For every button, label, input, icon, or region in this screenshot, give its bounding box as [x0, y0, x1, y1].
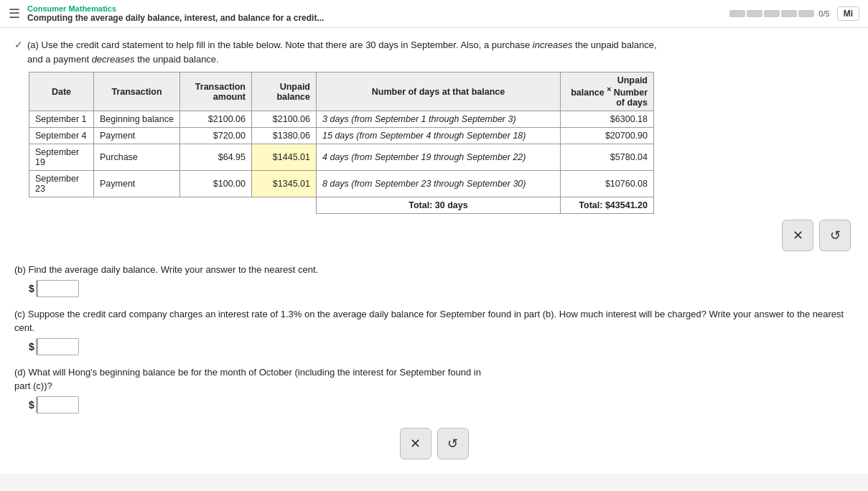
part-b-input[interactable] [36, 280, 79, 297]
row3-product: $5780.04 [561, 144, 654, 171]
progress-seg-1 [729, 10, 745, 17]
progress-seg-3 [764, 10, 780, 17]
part-c-dollar: $ [29, 341, 34, 352]
clear-button-bottom[interactable]: ✕ [400, 428, 431, 459]
part-d-input-wrap: $ [29, 396, 854, 413]
clear-button-table[interactable]: ✕ [782, 220, 813, 251]
top-bar-right: 0/5 Mi [729, 6, 859, 21]
table-row: September 23 Payment $100.00 $1345.01 8 … [29, 171, 654, 197]
row1-date: September 1 [29, 111, 94, 128]
row2-amount: $720.00 [180, 128, 252, 144]
data-table: Date Transaction Transaction amount Unpa… [29, 72, 654, 214]
total-product: Total: $43541.20 [561, 197, 654, 214]
row1-transaction: Beginning balance [94, 111, 180, 128]
row3-days: 4 days (from September 19 through Septem… [317, 144, 561, 171]
checkmark-icon: ✓ [14, 39, 23, 50]
row4-days: 8 days (from September 23 through Septem… [317, 171, 561, 197]
hamburger-icon[interactable]: ☰ [9, 6, 20, 22]
part-d-section: (d) What will Hong's beginning balance b… [14, 365, 854, 413]
row1-days: 3 days (from September 1 through Septemb… [317, 111, 561, 128]
table-row: September 19 Purchase $64.95 $1445.01 4 … [29, 144, 654, 171]
row2-days: 15 days (from September 4 through Septem… [317, 128, 561, 144]
part-c-input[interactable] [36, 338, 79, 355]
course-label: Consumer Mathematics [27, 4, 324, 13]
table-buttons: ✕ ↺ [29, 220, 854, 251]
header-amount: Transaction amount [180, 73, 252, 111]
undo-button-bottom[interactable]: ↺ [437, 428, 469, 459]
row3-date: September 19 [29, 144, 94, 171]
part-a-line2: and a payment decreases the unpaid balan… [27, 54, 219, 65]
row4-unpaid: $1345.01 [252, 171, 317, 197]
row4-transaction: Payment [94, 171, 180, 197]
part-a-text: (a) Use the credit card statement to hel… [27, 38, 657, 66]
row3-amount: $64.95 [180, 144, 252, 171]
part-a-header: ✓ (a) Use the credit card statement to h… [14, 38, 854, 66]
part-b-label: (b) Find the average daily balance. Writ… [14, 263, 854, 277]
progress-label: 0/5 [818, 9, 829, 18]
part-c-section: (c) Suppose the credit card company char… [14, 307, 854, 355]
row4-date: September 23 [29, 171, 94, 197]
part-c-input-wrap: $ [29, 338, 854, 355]
top-bar: ☰ Consumer Mathematics Computing the ave… [0, 0, 868, 28]
mi-badge: Mi [837, 6, 859, 21]
part-d-line2: part (c))? [14, 380, 52, 391]
part-a-line1: (a) Use the credit card statement to hel… [27, 39, 657, 50]
part-b-section: (b) Find the average daily balance. Writ… [14, 263, 854, 297]
header-unpaid: Unpaid balance [252, 73, 317, 111]
row2-unpaid: $1380.06 [252, 128, 317, 144]
total-row: Total: 30 days Total: $43541.20 [29, 197, 654, 214]
row3-transaction: Purchase [94, 144, 180, 171]
part-b-input-wrap: $ [29, 280, 854, 297]
total-days: Total: 30 days [317, 197, 561, 214]
table-wrapper: Date Transaction Transaction amount Unpa… [29, 72, 854, 251]
part-d-dollar: $ [29, 399, 34, 411]
row2-date: September 4 [29, 128, 94, 144]
page-title: Computing the average daily balance, int… [27, 13, 324, 23]
part-d-line1: (d) What will Hong's beginning balance b… [14, 367, 481, 378]
bottom-buttons: ✕ ↺ [14, 428, 854, 459]
part-d-input[interactable] [36, 396, 79, 413]
header-product: Unpaidbalance × Numberof days [561, 73, 654, 111]
progress-seg-5 [798, 10, 814, 17]
header-days: Number of days at that balance [317, 73, 561, 111]
undo-button-table[interactable]: ↺ [819, 220, 851, 251]
progress-segments [729, 10, 814, 17]
header-date: Date [29, 73, 94, 111]
row4-amount: $100.00 [180, 171, 252, 197]
top-bar-text: Consumer Mathematics Computing the avera… [27, 4, 324, 23]
part-b-dollar: $ [29, 283, 34, 294]
progress-seg-4 [781, 10, 797, 17]
table-row: September 1 Beginning balance $2100.06 $… [29, 111, 654, 128]
header-transaction: Transaction [94, 73, 180, 111]
main-content: ✓ (a) Use the credit card statement to h… [0, 28, 868, 474]
row2-product: $20700.90 [561, 128, 654, 144]
progress-seg-2 [747, 10, 762, 17]
table-row: September 4 Payment $720.00 $1380.06 15 … [29, 128, 654, 144]
row2-transaction: Payment [94, 128, 180, 144]
row1-product: $6300.18 [561, 111, 654, 128]
row1-amount: $2100.06 [180, 111, 252, 128]
row1-unpaid: $2100.06 [252, 111, 317, 128]
row3-unpaid: $1445.01 [252, 144, 317, 171]
progress-container: 0/5 [729, 9, 829, 18]
row4-product: $10760.08 [561, 171, 654, 197]
part-c-label: (c) Suppose the credit card company char… [14, 307, 854, 335]
part-d-label: (d) What will Hong's beginning balance b… [14, 365, 854, 393]
